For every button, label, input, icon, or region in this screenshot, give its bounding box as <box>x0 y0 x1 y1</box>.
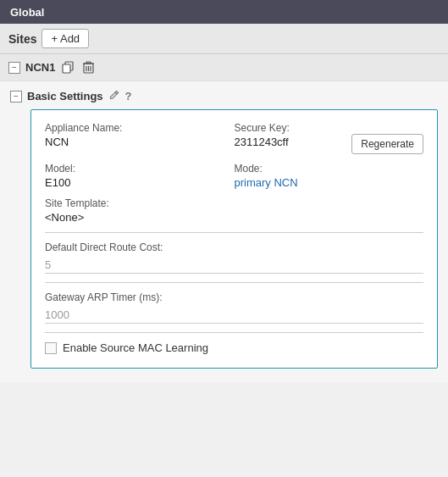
site-template-group: Site Template: <None> <box>45 197 423 224</box>
gateway-arp-label: Gateway ARP Timer (ms): <box>45 291 423 303</box>
appliance-name-value: NCN <box>45 136 235 148</box>
secure-key-value: 2311243cff <box>235 136 352 148</box>
appliance-name-col: Appliance Name: NCN <box>45 122 235 154</box>
basic-settings-row: − Basic Settings ? <box>7 85 448 108</box>
model-value: E100 <box>45 176 235 189</box>
mac-learning-label: Enable Source MAC Learning <box>63 341 208 354</box>
divider-1 <box>45 232 423 233</box>
mode-value: primary NCN <box>235 176 424 189</box>
ncn1-delete-button[interactable] <box>81 59 96 75</box>
model-label: Model: <box>45 163 235 175</box>
secure-key-col: Secure Key: 2311243cff <box>235 122 352 148</box>
direct-route-label: Default Direct Route Cost: <box>45 241 423 253</box>
gateway-arp-input[interactable] <box>45 307 423 324</box>
help-icon[interactable]: ? <box>125 90 132 103</box>
secure-key-label: Secure Key: <box>235 122 352 134</box>
mac-learning-row: Enable Source MAC Learning <box>45 341 423 354</box>
mode-col: Mode: primary NCN <box>235 163 424 189</box>
settings-card: Appliance Name: NCN Secure Key: 2311243c… <box>30 109 438 369</box>
site-template-label: Site Template: <box>45 197 423 209</box>
content-area: − Basic Settings ? Appliance Name: NCN S… <box>0 81 448 382</box>
regenerate-button[interactable]: Regenerate <box>351 134 423 154</box>
mac-learning-checkbox[interactable] <box>45 342 57 354</box>
sites-label: Sites <box>8 32 36 46</box>
basic-settings-label: Basic Settings <box>27 90 103 103</box>
sites-bar: Sites + Add <box>0 24 448 54</box>
secure-key-row: Secure Key: 2311243cff Regenerate <box>235 122 424 154</box>
ncn1-row: − NCN1 <box>0 54 448 81</box>
add-button[interactable]: + Add <box>41 29 89 48</box>
edit-icon[interactable] <box>108 89 120 103</box>
ncn1-copy-button[interactable] <box>60 59 76 75</box>
direct-route-group: Default Direct Route Cost: <box>45 241 423 274</box>
ncn1-label: NCN1 <box>25 61 55 74</box>
model-mode-group: Model: E100 Mode: primary NCN <box>45 163 423 189</box>
svg-line-8 <box>115 92 117 94</box>
top-bar: Global <box>0 0 448 24</box>
appliance-name-label: Appliance Name: <box>45 122 235 134</box>
divider-2 <box>45 282 423 283</box>
mode-label: Mode: <box>235 163 424 175</box>
gateway-arp-group: Gateway ARP Timer (ms): <box>45 291 423 324</box>
site-template-value: <None> <box>45 211 423 224</box>
top-bar-title: Global <box>10 6 44 19</box>
svg-rect-1 <box>63 64 70 73</box>
model-col: Model: E100 <box>45 163 235 189</box>
divider-3 <box>45 332 423 333</box>
appliance-secure-group: Appliance Name: NCN Secure Key: 2311243c… <box>45 122 423 154</box>
ncn1-expand-icon[interactable]: − <box>8 62 20 74</box>
svg-rect-7 <box>86 62 91 64</box>
basic-settings-expand-icon[interactable]: − <box>10 91 22 103</box>
direct-route-input[interactable] <box>45 257 423 274</box>
